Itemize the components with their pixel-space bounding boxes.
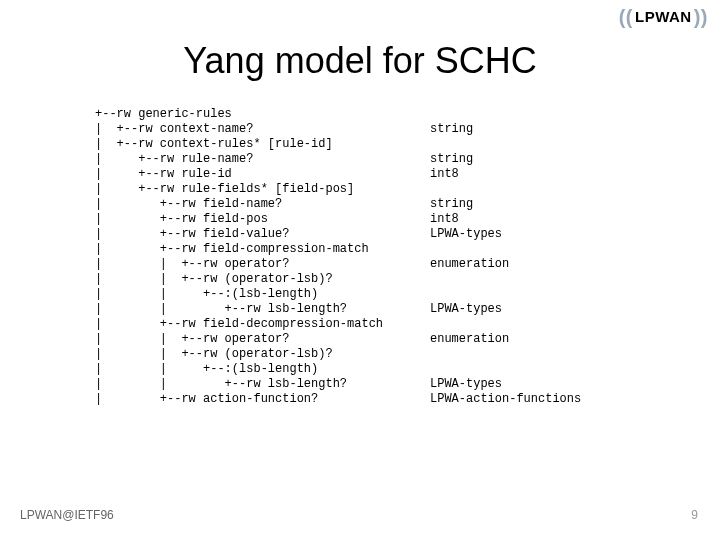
logo-open-paren: ((: [617, 6, 635, 28]
tree-row: | +--rw field-decompression-match: [95, 317, 720, 332]
tree-path: | | +--rw operator?: [95, 332, 430, 347]
tree-type: LPWA-action-functions: [430, 392, 581, 407]
tree-type: enumeration: [430, 257, 509, 272]
tree-row: | | +--rw (operator-lsb)?: [95, 347, 720, 362]
tree-type: string: [430, 152, 473, 167]
tree-row: | +--rw context-rules* [rule-id]: [95, 137, 720, 152]
logo-text: LPWAN: [635, 8, 692, 25]
tree-type: LPWA-types: [430, 227, 502, 242]
tree-row: | | +--rw lsb-length?LPWA-types: [95, 377, 720, 392]
yang-tree: +--rw generic-rules| +--rw context-name?…: [95, 107, 720, 407]
tree-path: | | +--rw operator?: [95, 257, 430, 272]
tree-row: | | +--rw (operator-lsb)?: [95, 272, 720, 287]
tree-row: | +--rw rule-fields* [field-pos]: [95, 182, 720, 197]
logo-close-paren: )): [692, 6, 710, 28]
tree-type: LPWA-types: [430, 302, 502, 317]
tree-row: | | +--rw operator?enumeration: [95, 257, 720, 272]
tree-row: | +--rw field-name?string: [95, 197, 720, 212]
tree-path: | +--rw context-name?: [95, 122, 430, 137]
tree-row: | | +--:(lsb-length): [95, 287, 720, 302]
footer-left: LPWAN@IETF96: [20, 508, 114, 522]
tree-path: | | +--:(lsb-length): [95, 362, 430, 377]
tree-row: | +--rw field-compression-match: [95, 242, 720, 257]
tree-path: | +--rw field-compression-match: [95, 242, 430, 257]
tree-path: | +--rw context-rules* [rule-id]: [95, 137, 430, 152]
tree-path: | | +--rw (operator-lsb)?: [95, 272, 430, 287]
tree-type: int8: [430, 212, 459, 227]
tree-path: | | +--rw (operator-lsb)?: [95, 347, 430, 362]
tree-path: | +--rw field-pos: [95, 212, 430, 227]
tree-type: LPWA-types: [430, 377, 502, 392]
tree-path: | +--rw rule-id: [95, 167, 430, 182]
tree-path: | | +--rw lsb-length?: [95, 302, 430, 317]
tree-row: | | +--rw operator?enumeration: [95, 332, 720, 347]
tree-path: | +--rw field-name?: [95, 197, 430, 212]
tree-row: | +--rw rule-name?string: [95, 152, 720, 167]
logo: ((LPWAN)): [617, 6, 710, 29]
tree-type: int8: [430, 167, 459, 182]
tree-path: | | +--rw lsb-length?: [95, 377, 430, 392]
tree-path: | +--rw action-function?: [95, 392, 430, 407]
tree-path: | +--rw rule-fields* [field-pos]: [95, 182, 430, 197]
tree-row: | +--rw action-function?LPWA-action-func…: [95, 392, 720, 407]
tree-type: enumeration: [430, 332, 509, 347]
tree-path: +--rw generic-rules: [95, 107, 430, 122]
tree-row: +--rw generic-rules: [95, 107, 720, 122]
tree-row: | +--rw field-posint8: [95, 212, 720, 227]
tree-type: string: [430, 197, 473, 212]
page-title: Yang model for SCHC: [0, 40, 720, 82]
tree-path: | +--rw rule-name?: [95, 152, 430, 167]
tree-path: | +--rw field-value?: [95, 227, 430, 242]
tree-row: | +--rw field-value?LPWA-types: [95, 227, 720, 242]
tree-path: | | +--:(lsb-length): [95, 287, 430, 302]
tree-row: | +--rw context-name?string: [95, 122, 720, 137]
tree-type: string: [430, 122, 473, 137]
tree-path: | +--rw field-decompression-match: [95, 317, 430, 332]
tree-row: | +--rw rule-idint8: [95, 167, 720, 182]
tree-row: | | +--:(lsb-length): [95, 362, 720, 377]
tree-row: | | +--rw lsb-length?LPWA-types: [95, 302, 720, 317]
page-number: 9: [691, 508, 698, 522]
